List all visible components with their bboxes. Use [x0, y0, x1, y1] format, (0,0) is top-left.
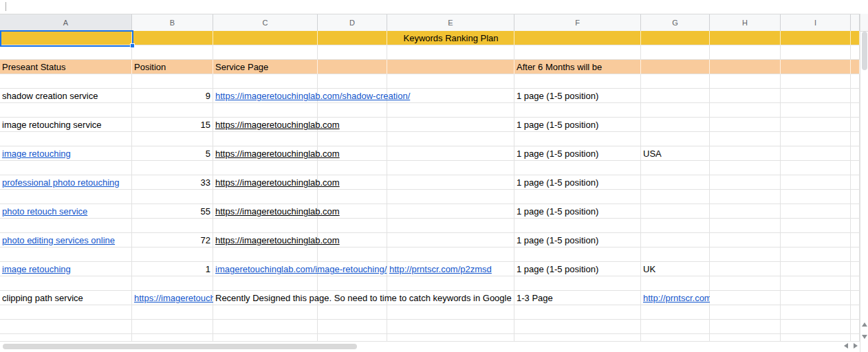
grid-cell[interactable]: [710, 233, 781, 248]
grid-cell[interactable]: [641, 219, 710, 233]
grid-cell[interactable]: [132, 161, 213, 175]
grid-cell[interactable]: [781, 45, 851, 60]
grid-cell[interactable]: [132, 334, 213, 342]
grid-cell[interactable]: [0, 320, 132, 334]
grid-cell[interactable]: [781, 305, 851, 320]
grid-cell[interactable]: [710, 161, 781, 175]
grid-cell[interactable]: [851, 291, 860, 305]
grid-cell[interactable]: [0, 248, 132, 262]
grid-cell[interactable]: [132, 320, 213, 334]
grid-cell[interactable]: [514, 161, 641, 175]
grid-cell[interactable]: [318, 334, 387, 342]
column-header-F[interactable]: F: [514, 14, 641, 32]
grid-cell[interactable]: [781, 89, 851, 103]
column-header-C[interactable]: C: [213, 14, 318, 32]
grid-cell[interactable]: [318, 31, 387, 45]
grid-cell[interactable]: [318, 74, 387, 89]
grid-cell[interactable]: [781, 262, 851, 276]
grid-cell[interactable]: [387, 103, 514, 118]
grid-cell[interactable]: [387, 320, 514, 334]
grid-cell[interactable]: [781, 233, 851, 248]
grid-cell[interactable]: [132, 219, 213, 233]
grid-cell[interactable]: [213, 132, 318, 146]
grid-cell[interactable]: [851, 320, 860, 334]
grid-cell[interactable]: [0, 74, 132, 89]
grid-cell[interactable]: [387, 161, 514, 175]
grid-cell[interactable]: [514, 45, 641, 60]
scroll-down-icon[interactable]: [862, 335, 867, 339]
grid-cell[interactable]: [641, 132, 710, 146]
grid-cell[interactable]: [213, 320, 318, 334]
grid-cell[interactable]: [132, 103, 213, 118]
grid-cell[interactable]: [710, 219, 781, 233]
grid-cell[interactable]: [132, 31, 213, 45]
grid-cell[interactable]: [710, 132, 781, 146]
grid-cell[interactable]: [0, 334, 132, 342]
grid-cell[interactable]: [318, 219, 387, 233]
grid-cell[interactable]: [781, 190, 851, 204]
grid-cell[interactable]: [851, 305, 860, 320]
grid-cell[interactable]: [781, 118, 851, 132]
grid-cell[interactable]: [387, 74, 514, 89]
grid-cell[interactable]: [781, 31, 851, 45]
grid-cell[interactable]: [710, 305, 781, 320]
grid-cell[interactable]: [781, 204, 851, 219]
grid-cell[interactable]: [781, 60, 851, 74]
grid-cell[interactable]: [387, 190, 514, 204]
grid-cell[interactable]: [318, 161, 387, 175]
grid-cell[interactable]: [213, 103, 318, 118]
grid-cell[interactable]: [641, 60, 710, 74]
grid-cell[interactable]: [132, 248, 213, 262]
grid-cell[interactable]: [387, 45, 514, 60]
grid-cell[interactable]: [851, 334, 860, 342]
cell-link[interactable]: https://imageretouchinglab.com/shadow-cr…: [213, 89, 514, 103]
grid-cell[interactable]: [851, 45, 860, 60]
grid-cell[interactable]: [514, 276, 641, 291]
grid-cell[interactable]: [710, 276, 781, 291]
grid-cell[interactable]: [387, 132, 514, 146]
grid-cell[interactable]: [851, 262, 860, 276]
column-header-B[interactable]: B: [132, 14, 213, 32]
grid-cell[interactable]: [213, 31, 318, 45]
scroll-up-icon[interactable]: [862, 322, 867, 327]
vertical-scrollbar[interactable]: [860, 14, 868, 352]
grid-cell[interactable]: [641, 31, 710, 45]
grid-cell[interactable]: [851, 146, 860, 161]
column-header-A[interactable]: A: [0, 14, 132, 32]
grid-cell[interactable]: [851, 118, 860, 132]
column-header-extra[interactable]: [851, 14, 860, 32]
grid-cell[interactable]: [781, 219, 851, 233]
grid-cell[interactable]: [514, 219, 641, 233]
grid-cell[interactable]: [318, 320, 387, 334]
grid-cell[interactable]: [641, 103, 710, 118]
grid-cell[interactable]: [514, 132, 641, 146]
grid-cell[interactable]: [641, 118, 710, 132]
grid-cell[interactable]: [710, 146, 781, 161]
grid-cell[interactable]: [0, 305, 132, 320]
grid-cell[interactable]: [0, 31, 132, 45]
grid-cell[interactable]: [710, 89, 781, 103]
cell-link[interactable]: professional photo retouching: [0, 175, 132, 190]
grid-cell[interactable]: [641, 45, 710, 60]
grid-cell[interactable]: [213, 248, 318, 262]
grid-cell[interactable]: [514, 31, 641, 45]
grid-cell[interactable]: [851, 248, 860, 262]
grid-cell[interactable]: [213, 190, 318, 204]
grid-cell[interactable]: [710, 103, 781, 118]
grid-cell[interactable]: [710, 248, 781, 262]
grid-cell[interactable]: [0, 132, 132, 146]
grid-cell[interactable]: [641, 233, 710, 248]
grid-cell[interactable]: [781, 248, 851, 262]
grid-cell[interactable]: [641, 320, 710, 334]
column-header-D[interactable]: D: [318, 14, 387, 32]
grid-cell[interactable]: [318, 45, 387, 60]
column-header-E[interactable]: E: [387, 14, 514, 32]
grid-cell[interactable]: [387, 276, 514, 291]
grid-cell[interactable]: [318, 103, 387, 118]
grid-cell[interactable]: [781, 291, 851, 305]
grid-cell[interactable]: [514, 190, 641, 204]
fill-handle[interactable]: [130, 43, 135, 48]
grid-cell[interactable]: [851, 276, 860, 291]
grid-cell[interactable]: [641, 204, 710, 219]
grid-cell[interactable]: [781, 103, 851, 118]
